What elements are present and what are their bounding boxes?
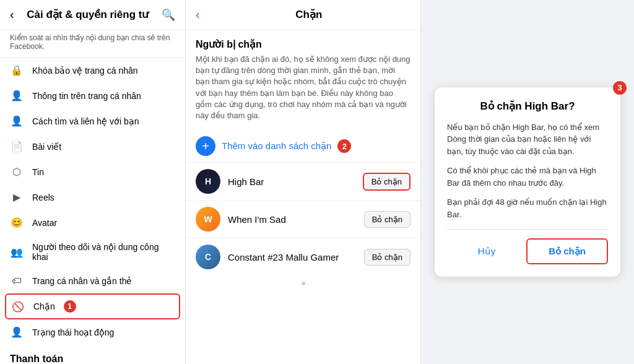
sidebar-item-nguoi-theo-doi[interactable]: 👥 Người theo dõi và nội dung công khai [0, 235, 185, 269]
sidebar-item-cach-tim[interactable]: 👤 Cách tìm và liên hệ với bạn [0, 108, 185, 134]
left-panel-subtitle: Kiểm soát ai nhìn thấy nội dung bạn chia… [0, 30, 185, 58]
middle-panel: ‹ Chặn Người bị chặn Một khi bạn đã chặn… [186, 0, 421, 364]
avatar-high-bar: H [196, 169, 220, 194]
profile-icon: 👤 [10, 90, 24, 102]
sidebar-item-label: Reels [32, 193, 54, 202]
payment-section-title: Thanh toán [0, 345, 185, 364]
sidebar-item-thong-tin[interactable]: 👤 Thông tin trên trang cá nhân [0, 83, 185, 108]
dialog-title: Bỏ chặn High Bar? [447, 100, 608, 113]
activity-icon: 👤 [10, 326, 24, 338]
sidebar-item-label: Trạng thái hoạt động [32, 327, 114, 337]
left-panel-header: ‹ Cài đặt & quyền riêng tư 🔍 [0, 0, 185, 30]
hexagon-icon: ⬡ [10, 166, 24, 178]
person-icon: 👤 [10, 115, 24, 127]
unblock-button-constant[interactable]: Bỏ chặn [364, 249, 410, 266]
tag-icon: 🏷 [10, 275, 24, 287]
badge-2: 2 [337, 139, 351, 153]
sidebar-item-trang-thai[interactable]: 👤 Trạng thái hoạt động [0, 319, 185, 345]
back-button-left[interactable]: ‹ [10, 7, 14, 22]
blocked-item-constant: C Constant #23 Mallu Gamer Bỏ chặn [186, 238, 420, 275]
avatar-constant: C [196, 245, 220, 269]
block-icon: 🚫 [11, 301, 25, 313]
blocked-section-desc: Một khi bạn đã chặn ai đó, họ sẽ không x… [186, 54, 420, 130]
badge-3: 3 [613, 81, 627, 95]
dialog-text-2: Có thể khôi phục các thẻ mà bạn và High … [447, 165, 608, 189]
document-icon: 📄 [10, 141, 24, 152]
play-icon: ▶ [10, 191, 24, 203]
dialog-text-1: Nếu bạn bỏ chặn High Bar, họ có thể xem … [447, 121, 608, 158]
middle-panel-header: ‹ Chặn [186, 0, 420, 30]
left-panel: ‹ Cài đặt & quyền riêng tư 🔍 Kiểm soát a… [0, 0, 186, 364]
sidebar-item-khoa-bao-ve[interactable]: 🔒 Khóa bảo vệ trang cá nhân [0, 58, 185, 83]
dialog-actions: Hủy Bỏ chặn [447, 238, 608, 264]
sidebar-item-label: Người theo dõi và nội dung công khai [32, 242, 175, 262]
sidebar-item-label: Thông tin trên trang cá nhân [32, 91, 141, 101]
avatar-when-im-sad: W [196, 207, 220, 232]
blocked-name-when-im-sad: When I'm Sad [228, 214, 357, 225]
sidebar-item-label: Khóa bảo vệ trang cá nhân [32, 66, 138, 76]
badge-1: 1 [64, 300, 76, 313]
sidebar-item-label: Tin [32, 167, 44, 177]
add-icon: + [196, 136, 215, 156]
blocked-name-high-bar: High Bar [228, 176, 355, 187]
unblock-dialog: 3 Bỏ chặn High Bar? Nếu bạn bỏ chặn High… [435, 87, 620, 277]
dialog-divider [447, 229, 608, 230]
add-to-block-label: Thêm vào danh sách chặn [222, 141, 331, 152]
left-panel-title: Cài đặt & quyền riêng tư [14, 8, 162, 21]
sidebar-item-label: Chặn [33, 301, 55, 311]
unblock-button-when-im-sad[interactable]: Bỏ chặn [364, 211, 410, 228]
sidebar-item-trang-ca-nhan[interactable]: 🏷 Trang cá nhân và gắn thẻ [0, 269, 185, 293]
avatar-icon: 😊 [10, 217, 24, 228]
sidebar-item-label: Bài viết [32, 142, 61, 152]
blocked-section-title: Người bị chặn [186, 30, 420, 54]
blocked-item-high-bar: H High Bar Bỏ chặn [186, 162, 420, 200]
search-icon[interactable]: 🔍 [162, 8, 175, 22]
unblock-button-high-bar[interactable]: Bỏ chặn [363, 173, 410, 191]
sidebar-item-tin[interactable]: ⬡ Tin [0, 159, 185, 184]
back-button-middle[interactable]: ‹ [196, 7, 200, 22]
sidebar-item-label: Cách tìm và liên hệ với bạn [32, 116, 139, 126]
right-panel: 3 Bỏ chặn High Bar? Nếu bạn bỏ chặn High… [421, 0, 634, 364]
sidebar-item-label: Trang cá nhân và gắn thẻ [32, 276, 132, 286]
scroll-indicator [302, 282, 305, 285]
add-to-block-button[interactable]: + Thêm vào danh sách chặn 2 [186, 130, 420, 162]
group-icon: 👥 [10, 246, 24, 258]
blocked-item-when-im-sad: W When I'm Sad Bỏ chặn [186, 200, 420, 238]
sidebar-item-bai-viet[interactable]: 📄 Bài viết [0, 134, 185, 159]
sidebar-item-chan[interactable]: 🚫 Chặn 1 [5, 293, 180, 319]
middle-panel-title: Chặn [207, 8, 410, 21]
sidebar-item-label: Avatar [32, 218, 57, 228]
lock-icon: 🔒 [10, 64, 24, 76]
blocked-name-constant: Constant #23 Mallu Gamer [228, 252, 357, 262]
cancel-button[interactable]: Hủy [447, 238, 526, 264]
confirm-unblock-button[interactable]: Bỏ chặn [526, 238, 608, 264]
dialog-text-3: Bạn phải đợi 48 giờ nếu muốn chặn lại Hi… [447, 196, 608, 220]
sidebar-item-avatar[interactable]: 😊 Avatar [0, 210, 185, 235]
sidebar-item-reels[interactable]: ▶ Reels [0, 184, 185, 210]
